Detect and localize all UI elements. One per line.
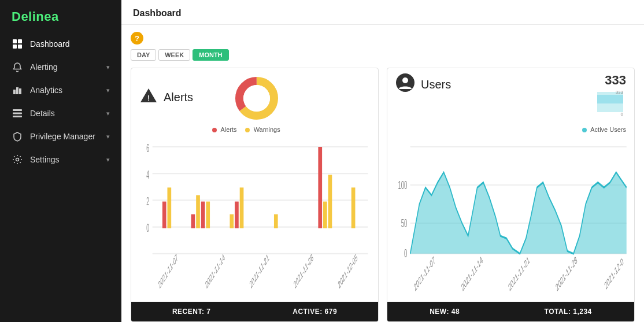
gear-icon xyxy=(12,154,23,165)
svg-rect-8 xyxy=(13,113,22,114)
month-button[interactable]: MONTH xyxy=(193,49,228,61)
svg-text:333: 333 xyxy=(616,90,624,95)
svg-text:0: 0 xyxy=(404,247,407,260)
svg-text:6: 6 xyxy=(146,142,149,154)
shield-icon xyxy=(12,131,23,142)
svg-rect-9 xyxy=(13,116,22,117)
bar-chart-icon xyxy=(12,84,23,96)
svg-point-16 xyxy=(243,85,270,112)
day-button[interactable]: DAY xyxy=(131,49,156,61)
page-title: Dashboard xyxy=(121,0,644,25)
svg-rect-32 xyxy=(167,187,171,228)
svg-rect-0 xyxy=(13,39,17,43)
svg-point-46 xyxy=(402,77,408,83)
help-icon[interactable]: ? xyxy=(131,32,143,45)
chevron-down-icon: ▾ xyxy=(106,133,110,140)
alerts-panel-footer: RECENT: 7 ACTIVE: 679 xyxy=(131,302,378,321)
svg-text:2021-12-0: 2021-12-0 xyxy=(604,256,625,292)
sidebar-item-label: Settings xyxy=(30,155,60,164)
svg-rect-6 xyxy=(19,88,21,94)
alerts-active: ACTIVE: 679 xyxy=(293,308,337,316)
panels-row: ! Alerts xyxy=(131,68,635,322)
svg-rect-36 xyxy=(206,202,210,228)
svg-text:2021-11-28: 2021-11-28 xyxy=(293,251,314,290)
svg-text:!: ! xyxy=(147,94,150,102)
users-panel-title: Users xyxy=(421,78,451,91)
sidebar-item-settings[interactable]: Settings ▾ xyxy=(0,148,121,171)
sidebar-item-label: Details xyxy=(30,109,55,118)
sidebar: Delinea Dashboard Alerting ▾ xyxy=(0,0,121,322)
svg-text:2021-11-28: 2021-11-28 xyxy=(555,254,579,293)
users-total: TOTAL: 1,234 xyxy=(545,308,592,316)
sidebar-item-privilege-manager[interactable]: Privilege Manager ▾ xyxy=(0,125,121,148)
dashboard-icon xyxy=(12,38,23,50)
users-right: 333 333 0 xyxy=(594,73,626,124)
svg-rect-7 xyxy=(13,109,22,111)
alerts-legend: Alerts xyxy=(212,126,237,133)
alerts-panel-title: Alerts xyxy=(164,91,193,104)
sidebar-item-label: Analytics xyxy=(30,86,62,95)
svg-rect-43 xyxy=(328,175,332,228)
svg-text:2021-11-07: 2021-11-07 xyxy=(157,251,179,290)
svg-rect-37 xyxy=(230,214,234,228)
users-mini-bar-chart: 333 0 xyxy=(594,89,626,124)
chevron-down-icon: ▾ xyxy=(106,156,110,164)
svg-text:2: 2 xyxy=(146,195,149,208)
svg-rect-3 xyxy=(18,45,22,49)
svg-rect-44 xyxy=(351,187,356,228)
users-area-chart: 100 50 0 2021-11-07 2021-11-14 2021-11-2… xyxy=(392,134,630,299)
alert-triangle-icon: ! xyxy=(139,87,158,107)
donut-chart-area xyxy=(234,73,280,121)
warnings-legend: Warnings xyxy=(245,126,280,133)
chevron-down-icon: ▾ xyxy=(106,87,110,94)
svg-rect-41 xyxy=(318,147,322,228)
svg-rect-31 xyxy=(162,202,166,228)
sidebar-item-label: Privilege Manager xyxy=(30,132,95,141)
svg-rect-39 xyxy=(240,187,244,228)
sidebar-item-analytics[interactable]: Analytics ▾ xyxy=(0,79,121,102)
svg-text:0: 0 xyxy=(621,112,624,117)
svg-text:2021-11-14: 2021-11-14 xyxy=(205,251,226,291)
sidebar-item-alerting[interactable]: Alerting ▾ xyxy=(0,55,121,79)
sidebar-item-details[interactable]: Details ▾ xyxy=(0,102,121,125)
area-legend: Active Users xyxy=(387,126,634,133)
dashboard-body: ? DAY WEEK MONTH ! Alerts xyxy=(121,25,644,322)
users-title-group: Users xyxy=(395,73,451,96)
alerts-bar-chart: 6 4 2 0 2021-11-07 2021-11-14 2021-11-21… xyxy=(136,134,373,299)
svg-rect-35 xyxy=(201,202,205,228)
user-icon xyxy=(395,73,415,96)
svg-text:2021-11-21: 2021-11-21 xyxy=(249,251,270,290)
svg-rect-40 xyxy=(274,214,278,228)
svg-text:2021-11-07: 2021-11-07 xyxy=(413,254,436,293)
users-new: NEW: 48 xyxy=(430,308,460,316)
users-panel-header: Users 333 333 0 xyxy=(387,68,634,126)
users-area-chart-area: 100 50 0 2021-11-07 2021-11-14 2021-11-2… xyxy=(387,134,634,302)
svg-rect-42 xyxy=(323,202,327,228)
svg-text:100: 100 xyxy=(398,179,408,191)
alerts-bar-chart-area: 6 4 2 0 2021-11-07 2021-11-14 2021-11-21… xyxy=(131,134,378,302)
main-content: Dashboard ? DAY WEEK MONTH ! xyxy=(121,0,644,322)
svg-rect-38 xyxy=(235,202,239,228)
svg-rect-33 xyxy=(191,214,195,228)
svg-text:0: 0 xyxy=(146,221,149,234)
users-panel: Users 333 333 0 xyxy=(387,68,635,322)
week-button[interactable]: WEEK xyxy=(158,49,190,61)
sidebar-item-dashboard[interactable]: Dashboard xyxy=(0,32,121,55)
svg-text:4: 4 xyxy=(146,168,149,181)
svg-rect-1 xyxy=(18,39,22,43)
svg-rect-2 xyxy=(13,45,17,49)
svg-text:50: 50 xyxy=(401,217,408,230)
help-row: ? xyxy=(131,32,635,45)
bell-icon xyxy=(12,61,23,73)
svg-rect-48 xyxy=(597,95,623,103)
users-panel-footer: NEW: 48 TOTAL: 1,234 xyxy=(387,302,634,321)
chevron-down-icon: ▾ xyxy=(106,64,110,71)
alerts-recent: RECENT: 7 xyxy=(172,308,211,316)
svg-text:2021-12-05: 2021-12-05 xyxy=(337,251,358,290)
donut-legend: Alerts Warnings xyxy=(131,126,378,133)
list-icon xyxy=(12,108,23,119)
alerts-panel: ! Alerts xyxy=(131,68,379,322)
users-count: 333 xyxy=(605,73,626,88)
brand-logo: Delinea xyxy=(0,0,121,32)
chevron-down-icon: ▾ xyxy=(106,110,110,117)
